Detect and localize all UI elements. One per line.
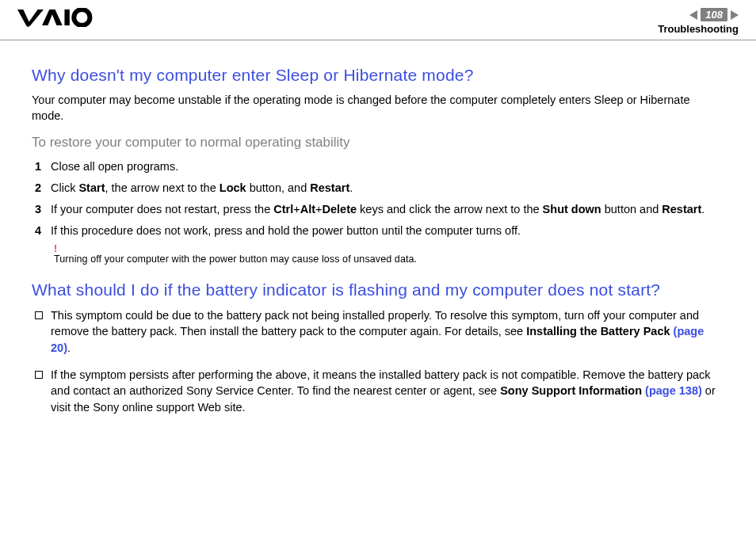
bullet-text: If the symptom persists after performing… [51,367,724,415]
square-bullet-icon [32,367,51,382]
content-area: Why doesn't my computer enter Sleep or H… [0,40,756,415]
battery-bullet-list: This symptom could be due to the battery… [32,307,724,415]
question-1-intro: Your computer may become unstable if the… [32,93,724,124]
step-number: 2 [32,180,51,196]
prev-page-arrow-icon[interactable] [689,10,697,20]
question-2-title: What should I do if the battery indicato… [32,280,724,299]
restore-steps-list: 1 Close all open programs. 2 Click Start… [32,158,724,239]
step-text: If your computer does not restart, press… [51,201,724,218]
svg-point-1 [74,10,90,25]
step-item: 2 Click Start, the arrow next to the Loc… [32,180,724,196]
header-nav: 108 Troubleshooting [658,8,739,35]
page-header: 108 Troubleshooting [0,0,756,40]
step-item: 1 Close all open programs. [32,158,724,175]
step-number: 1 [32,158,51,175]
step-number: 3 [32,201,51,218]
page-number: 108 [701,8,727,21]
step-text: If this procedure does not work, press a… [51,223,724,239]
list-item: This symptom could be due to the battery… [32,307,724,356]
vaio-logo [17,8,94,27]
square-bullet-icon [32,307,51,322]
step-item: 3 If your computer does not restart, pre… [32,201,724,218]
next-page-arrow-icon[interactable] [731,10,739,20]
question-1-title: Why doesn't my computer enter Sleep or H… [32,66,724,85]
bullet-text: This symptom could be due to the battery… [51,307,724,356]
warning-icon: ! [32,244,724,254]
step-text: Click Start, the arrow next to the Lock … [51,180,724,196]
step-item: 4 If this procedure does not work, press… [32,223,724,239]
list-item: If the symptom persists after performing… [32,367,724,415]
question-1-subhead: To restore your computer to normal opera… [32,135,724,151]
warning-text: Turning off your computer with the power… [32,254,724,265]
svg-rect-0 [64,10,69,25]
step-number: 4 [32,223,51,239]
step-text: Close all open programs. [51,158,724,175]
page-link[interactable]: (page 138) [645,384,702,397]
section-label: Troubleshooting [658,23,739,35]
